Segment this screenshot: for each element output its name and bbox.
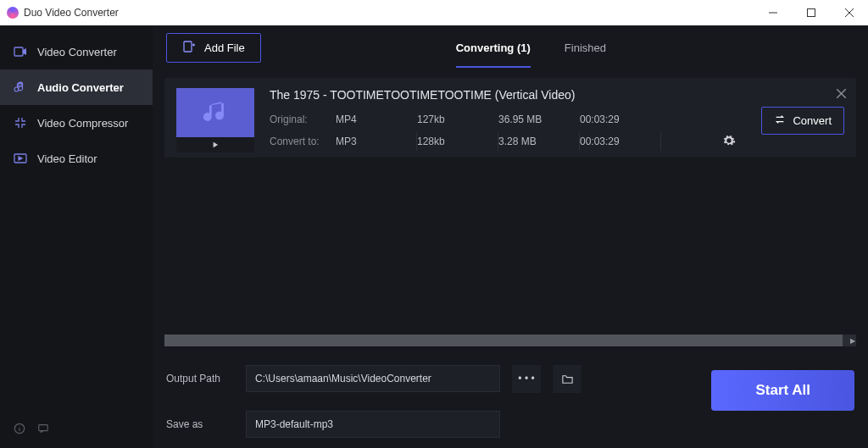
file-list: The 1975 - TOOTIMETOOTIMETOOTIME (Vertic… [153, 69, 868, 335]
sidebar-item-video-compressor[interactable]: Video Compressor [0, 105, 153, 141]
settings-button[interactable] [722, 134, 736, 150]
maximize-button[interactable] [792, 0, 830, 25]
add-file-icon [182, 40, 196, 56]
sidebar: Video Converter Audio Converter Video Co… [0, 25, 153, 448]
original-format: MP4 [336, 113, 417, 125]
compress-icon [14, 116, 27, 130]
svg-rect-8 [184, 41, 192, 52]
scroll-right-arrow[interactable]: ▶ [849, 335, 856, 346]
file-card: The 1975 - TOOTIMETOOTIMETOOTIME (Vertic… [164, 78, 856, 158]
output-path-input[interactable]: C:\Users\amaan\Music\VideoConverter [246, 365, 500, 392]
file-title: The 1975 - TOOTIMETOOTIMETOOTIME (Vertic… [270, 88, 736, 102]
add-file-button[interactable]: Add File [166, 33, 261, 63]
convert-label: Convert to: [270, 136, 336, 147]
editor-icon [14, 152, 27, 165]
save-as-select[interactable]: MP3-default-mp3 [246, 411, 500, 438]
remove-file-button[interactable] [837, 86, 846, 102]
original-duration: 00:03:29 [580, 113, 661, 125]
convert-button-label: Convert [793, 114, 832, 127]
footer: Output Path C:\Users\amaan\Music\VideoCo… [153, 346, 868, 448]
video-icon [14, 45, 27, 58]
sidebar-item-label: Video Compressor [37, 117, 128, 130]
audio-icon [14, 80, 27, 94]
music-note-icon [201, 98, 230, 127]
convert-size: 3.28 MB [498, 132, 580, 151]
sidebar-item-label: Audio Converter [37, 81, 124, 94]
original-label: Original: [270, 113, 336, 125]
sidebar-item-audio-converter[interactable]: Audio Converter [0, 69, 153, 105]
original-bitrate: 127kb [417, 113, 498, 125]
save-as-value: MP3-default-mp3 [255, 418, 333, 430]
tab-converting[interactable]: Converting (1) [456, 28, 531, 68]
swap-icon [774, 113, 786, 128]
window-title: Duo Video Converter [24, 7, 119, 19]
convert-bitrate[interactable]: 128kb [417, 132, 498, 151]
convert-format[interactable]: MP3 [336, 132, 417, 151]
start-all-button[interactable]: Start All [711, 370, 854, 411]
app-logo-icon [7, 7, 19, 19]
close-button[interactable] [830, 0, 868, 25]
scrollbar-thumb[interactable] [164, 335, 843, 346]
save-as-label: Save as [166, 418, 234, 430]
file-thumbnail [176, 88, 254, 137]
tab-finished[interactable]: Finished [565, 28, 606, 68]
tabs: Converting (1) Finished [456, 28, 606, 68]
horizontal-scrollbar[interactable]: ◀ ▶ [164, 335, 856, 346]
svg-rect-4 [14, 47, 23, 56]
add-file-label: Add File [204, 41, 245, 54]
info-icon[interactable] [14, 423, 25, 438]
sidebar-item-label: Video Editor [37, 152, 97, 165]
preview-play-button[interactable] [176, 137, 254, 152]
output-path-label: Output Path [166, 373, 234, 384]
svg-rect-1 [807, 9, 815, 17]
sidebar-item-label: Video Converter [37, 46, 117, 58]
titlebar: Duo Video Converter [0, 0, 868, 25]
browse-path-button[interactable]: • • • [512, 365, 541, 393]
sidebar-item-video-converter[interactable]: Video Converter [0, 34, 153, 69]
convert-button[interactable]: Convert [761, 107, 844, 135]
original-size: 36.95 MB [498, 113, 580, 125]
svg-rect-7 [39, 425, 48, 431]
convert-duration: 00:03:29 [580, 132, 661, 151]
sidebar-item-video-editor[interactable]: Video Editor [0, 141, 153, 176]
toolbar: Add File Converting (1) Finished [153, 25, 868, 69]
feedback-icon[interactable] [37, 423, 49, 438]
open-folder-button[interactable] [553, 365, 581, 393]
minimize-button[interactable] [754, 0, 792, 25]
